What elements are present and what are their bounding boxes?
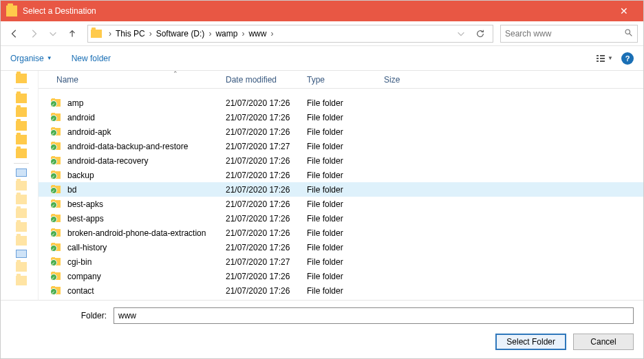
table-row[interactable]: ✓broken-android-phone-data-extraction21/…: [39, 226, 643, 240]
table-row[interactable]: ✓best-apps21/07/2020 17:26File folder: [39, 211, 643, 226]
organise-menu[interactable]: Organise▼: [10, 54, 52, 63]
table-row[interactable]: ✓amp21/07/2020 17:26File folder: [39, 96, 643, 110]
tree-folder-icon[interactable]: [16, 262, 27, 272]
body: Name⌃ Date modified Type Size ✓amp21/07/…: [1, 71, 643, 300]
folder-icon: ✓: [51, 215, 61, 222]
svg-rect-4: [600, 58, 605, 59]
file-type: File folder: [301, 127, 378, 137]
svg-rect-2: [600, 55, 605, 56]
file-type: File folder: [301, 228, 378, 238]
folder-icon: ✓: [51, 243, 61, 251]
svg-rect-5: [597, 61, 599, 62]
breadcrumb-segment[interactable]: This PC: [114, 29, 147, 39]
folder-icon: ✓: [51, 272, 61, 280]
address-bar[interactable]: › This PC›Software (D:)›wamp›www›: [87, 25, 493, 43]
tree-folder-icon[interactable]: [16, 74, 27, 83]
svg-point-0: [625, 30, 630, 34]
file-type: File folder: [301, 98, 378, 108]
table-row[interactable]: ✓android-apk21/07/2020 17:26File folder: [39, 124, 643, 139]
tree-folder-icon[interactable]: [16, 94, 27, 103]
table-row[interactable]: ✓contact21/07/2020 17:26File folder: [39, 283, 643, 298]
column-type[interactable]: Type: [301, 71, 378, 88]
folder-icon: ✓: [51, 157, 61, 164]
table-row[interactable]: ✓backup21/07/2020 17:26File folder: [39, 168, 643, 182]
file-name: company: [67, 272, 101, 281]
chevron-right-icon[interactable]: ›: [147, 29, 155, 39]
view-options-button[interactable]: ▼: [595, 53, 613, 64]
tree-folder-icon[interactable]: [16, 149, 27, 158]
tree-folder-icon[interactable]: [16, 121, 27, 131]
table-row[interactable]: ✓best-apks21/07/2020 17:26File folder: [39, 197, 643, 211]
search-input[interactable]: [505, 29, 624, 39]
folder-icon: ✓: [51, 128, 61, 135]
tree-folder-icon[interactable]: [16, 135, 27, 144]
column-name[interactable]: Name⌃: [51, 71, 220, 88]
file-type: File folder: [301, 286, 378, 296]
breadcrumb-segment[interactable]: www: [247, 29, 268, 39]
search-box[interactable]: [500, 25, 638, 43]
file-date: 21/07/2020 17:26: [220, 199, 301, 209]
file-type: File folder: [301, 113, 378, 122]
footer: Folder: Select Folder Cancel: [1, 300, 643, 358]
file-date: 21/07/2020 17:26: [220, 113, 301, 122]
table-row[interactable]: ✓android-data-recovery21/07/2020 17:26Fi…: [39, 153, 643, 168]
chevron-right-icon[interactable]: ›: [106, 29, 114, 39]
folder-input[interactable]: [114, 307, 634, 324]
tree-folder-icon[interactable]: [16, 181, 27, 191]
folder-icon: ✓: [51, 99, 61, 107]
back-button[interactable]: [6, 25, 23, 42]
tree-folder-icon[interactable]: [16, 236, 27, 246]
file-type: File folder: [301, 243, 378, 252]
file-type: File folder: [301, 171, 378, 180]
table-row[interactable]: ✓call-history21/07/2020 17:26File folder: [39, 240, 643, 254]
file-type: File folder: [301, 272, 378, 281]
file-list[interactable]: ✓amp21/07/2020 17:26File folder✓android2…: [39, 89, 643, 300]
column-date[interactable]: Date modified: [220, 71, 301, 88]
nav-tree[interactable]: [1, 71, 39, 300]
chevron-down-icon: ▼: [608, 55, 613, 61]
up-button[interactable]: [64, 25, 80, 42]
column-size[interactable]: Size: [378, 71, 428, 88]
table-row[interactable]: ✓bd21/07/2020 17:26File folder: [39, 182, 643, 197]
file-name: android-data-recovery: [67, 156, 148, 166]
table-row[interactable]: ✓android-data-backup-and-restore21/07/20…: [39, 139, 643, 153]
folder-icon: ✓: [51, 200, 61, 208]
file-date: 21/07/2020 17:26: [220, 185, 301, 195]
breadcrumb-segment[interactable]: wamp: [214, 29, 239, 39]
tree-folder-icon[interactable]: [16, 208, 27, 218]
recent-dropdown[interactable]: [45, 25, 61, 42]
file-name: best-apps: [67, 214, 104, 224]
tree-drive-icon[interactable]: [16, 168, 27, 177]
new-folder-button[interactable]: New folder: [72, 54, 111, 63]
table-row[interactable]: ✓company21/07/2020 17:26File folder: [39, 269, 643, 283]
file-name: amp: [67, 98, 83, 108]
breadcrumb-segment[interactable]: Software (D:): [155, 29, 206, 39]
folder-icon: ✓: [51, 287, 61, 294]
tree-folder-icon[interactable]: [16, 195, 27, 204]
tree-folder-icon[interactable]: [16, 222, 27, 232]
tree-drive-icon[interactable]: [16, 250, 27, 258]
file-date: 21/07/2020 17:26: [220, 228, 301, 238]
help-button[interactable]: ?: [621, 52, 634, 65]
file-date: 21/07/2020 17:27: [220, 142, 301, 151]
file-type: File folder: [301, 156, 378, 166]
refresh-button[interactable]: [472, 25, 489, 42]
select-folder-button[interactable]: Select Folder: [495, 334, 566, 350]
file-name: android-apk: [67, 127, 111, 137]
chevron-right-icon[interactable]: ›: [239, 29, 247, 39]
cancel-button[interactable]: Cancel: [573, 334, 634, 350]
tree-folder-icon[interactable]: [16, 107, 27, 117]
table-row[interactable]: ✓cgi-bin21/07/2020 17:27File folder: [39, 254, 643, 269]
chevron-right-icon[interactable]: ›: [268, 29, 276, 39]
svg-rect-1: [597, 55, 599, 56]
table-row[interactable]: ✓data-retriever21/07/2020 17:26File fold…: [39, 298, 643, 300]
chevron-right-icon[interactable]: ›: [206, 29, 214, 39]
column-headers: Name⌃ Date modified Type Size: [39, 71, 643, 89]
file-type: File folder: [301, 199, 378, 209]
tree-folder-icon[interactable]: [16, 276, 27, 285]
close-button[interactable]: ✕: [610, 1, 638, 21]
address-dropdown[interactable]: [453, 25, 469, 42]
file-date: 21/07/2020 17:26: [220, 272, 301, 281]
table-row[interactable]: ✓android21/07/2020 17:26File folder: [39, 110, 643, 124]
forward-button[interactable]: [25, 25, 42, 42]
